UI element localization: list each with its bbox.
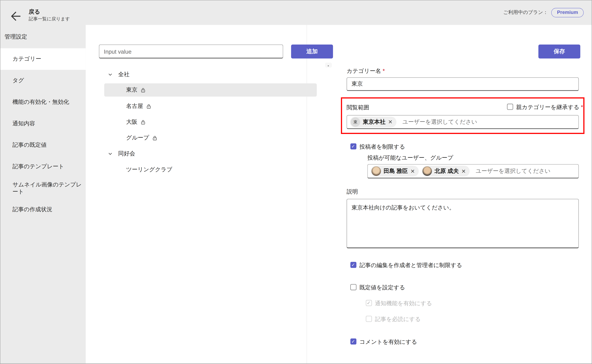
- required-asterisk: *: [581, 104, 583, 110]
- enable-notification-checkbox: [366, 300, 372, 306]
- back-arrow-icon: [7, 9, 22, 23]
- category-name-field[interactable]: [347, 78, 579, 91]
- enable-comment-checkbox[interactable]: [350, 338, 356, 344]
- tree-item-all-company[interactable]: 全社: [108, 68, 130, 81]
- back-title: 戻る: [29, 8, 70, 15]
- restrict-posters-label: 投稿者を制限する: [359, 143, 405, 150]
- plan-badge: Premium: [551, 8, 584, 17]
- chip-remove-icon[interactable]: ✕: [410, 169, 415, 174]
- posters-user-picker[interactable]: 田島 雅臣 ✕ 北原 成夫 ✕ ユーザーを選択してください: [367, 164, 579, 179]
- tree-item-club[interactable]: 同好会: [108, 147, 135, 160]
- chevron-down-icon[interactable]: [108, 151, 112, 156]
- sidebar-item-notification-content[interactable]: 通知内容: [0, 113, 86, 134]
- lock-icon: [140, 119, 146, 125]
- category-name-input-new[interactable]: [99, 45, 283, 58]
- set-default-checkbox[interactable]: [350, 284, 356, 290]
- user-photo-avatar: [372, 166, 381, 176]
- scope-user-picker[interactable]: 東 東京本社 ✕ ユーザーを選択してください: [347, 115, 579, 129]
- enable-notification-checkbox-row: 通知機能を有効にする: [366, 300, 432, 306]
- enable-comment-label: コメントを有効にする: [359, 338, 417, 345]
- sidebar-title: 管理設定: [5, 33, 27, 40]
- sidebar-item-tags[interactable]: タグ: [0, 70, 86, 91]
- sidebar: 管理設定 カテゴリー タグ 機能の有効化・無効化 通知内容 記事の既定値 記事の…: [0, 25, 86, 364]
- tree-item-tokyo[interactable]: 東京: [104, 83, 317, 97]
- description-textarea[interactable]: 東京本社向けの記事をおいてください。: [347, 199, 579, 248]
- back-button[interactable]: 戻る 記事一覧に戻ります: [7, 8, 70, 23]
- sidebar-item-feature-toggle[interactable]: 機能の有効化・無効化: [0, 91, 86, 113]
- tree-item-touring-club[interactable]: ツーリングクラブ: [126, 163, 172, 176]
- back-labels: 戻る 記事一覧に戻ります: [29, 8, 70, 22]
- tree-scrollbar-thumb[interactable]: [325, 63, 332, 67]
- tree-item-osaka[interactable]: 大阪: [126, 116, 146, 129]
- sidebar-item-article-defaults[interactable]: 記事の既定値: [0, 134, 86, 156]
- set-default-label: 既定値を設定する: [359, 284, 405, 291]
- posters-picker-placeholder: ユーザーを選択してください: [476, 168, 551, 175]
- inherit-parent-label: 親カテゴリーを継承する*: [516, 104, 583, 110]
- avatar: 東: [351, 117, 360, 127]
- plan-label: ご利用中のプラン：: [503, 9, 548, 16]
- screenshot-stage: 戻る 記事一覧に戻ります ご利用中のプラン： Premium 管理設定 カテゴリ…: [0, 0, 592, 364]
- inherit-parent-checkbox-row[interactable]: 親カテゴリーを継承する*: [507, 104, 583, 110]
- posters-label: 投稿が可能なユーザー、グループ: [367, 154, 453, 162]
- sidebar-item-article-templates[interactable]: 記事のテンプレート: [0, 156, 86, 177]
- plan-area: ご利用中のプラン： Premium: [503, 0, 584, 25]
- chip-remove-icon[interactable]: ✕: [388, 119, 393, 124]
- scope-label: 閲覧範囲: [347, 104, 369, 111]
- restrict-edit-checkbox[interactable]: [350, 262, 356, 268]
- sidebar-item-thumbnail-templates[interactable]: サムネイル画像のテンプレート: [0, 177, 86, 199]
- restrict-edit-label: 記事の編集を作成者と管理者に制限する: [359, 262, 462, 268]
- restrict-edit-checkbox-row[interactable]: 記事の編集を作成者と管理者に制限する: [350, 262, 462, 268]
- top-bar: 戻る 記事一覧に戻ります ご利用中のプラン： Premium: [0, 0, 592, 25]
- scope-chip-tokyo-honsha[interactable]: 東 東京本社 ✕: [350, 116, 396, 127]
- back-subtitle: 記事一覧に戻ります: [29, 16, 70, 22]
- poster-chip-tajima[interactable]: 田島 雅臣 ✕: [371, 166, 419, 177]
- poster-chip-kitahara[interactable]: 北原 成夫 ✕: [422, 166, 470, 177]
- lock-icon: [152, 135, 157, 141]
- save-button[interactable]: 保存: [538, 45, 580, 58]
- chip-remove-icon[interactable]: ✕: [461, 169, 466, 174]
- require-read-checkbox: [366, 316, 372, 322]
- sidebar-item-article-status[interactable]: 記事の作成状況: [0, 199, 86, 220]
- app-window: 戻る 記事一覧に戻ります ご利用中のプラン： Premium 管理設定 カテゴリ…: [0, 0, 592, 364]
- require-read-label: 記事を必読にする: [375, 316, 421, 322]
- inherit-parent-checkbox[interactable]: [507, 104, 513, 110]
- user-photo-avatar: [422, 166, 432, 176]
- sidebar-item-categories[interactable]: カテゴリー: [0, 48, 86, 70]
- chevron-down-icon[interactable]: [108, 72, 112, 77]
- tree-item-nagoya[interactable]: 名古屋: [126, 100, 151, 113]
- required-asterisk: *: [382, 68, 385, 74]
- lock-icon: [140, 87, 146, 93]
- require-read-checkbox-row: 記事を必読にする: [366, 316, 421, 322]
- set-default-checkbox-row[interactable]: 既定値を設定する: [350, 284, 405, 291]
- scope-picker-placeholder: ユーザーを選択してください: [402, 118, 477, 125]
- add-button[interactable]: 追加: [291, 45, 333, 58]
- enable-notification-label: 通知機能を有効にする: [375, 300, 432, 306]
- enable-comment-checkbox-row[interactable]: コメントを有効にする: [350, 338, 417, 345]
- panel-divider: [307, 25, 307, 364]
- tree-item-group[interactable]: グループ: [126, 131, 158, 144]
- lock-icon: [146, 104, 151, 109]
- restrict-posters-checkbox[interactable]: [350, 143, 356, 150]
- restrict-posters-checkbox-row[interactable]: 投稿者を制限する: [350, 143, 405, 150]
- description-label: 説明: [347, 188, 358, 195]
- category-name-label: カテゴリー名*: [347, 68, 385, 75]
